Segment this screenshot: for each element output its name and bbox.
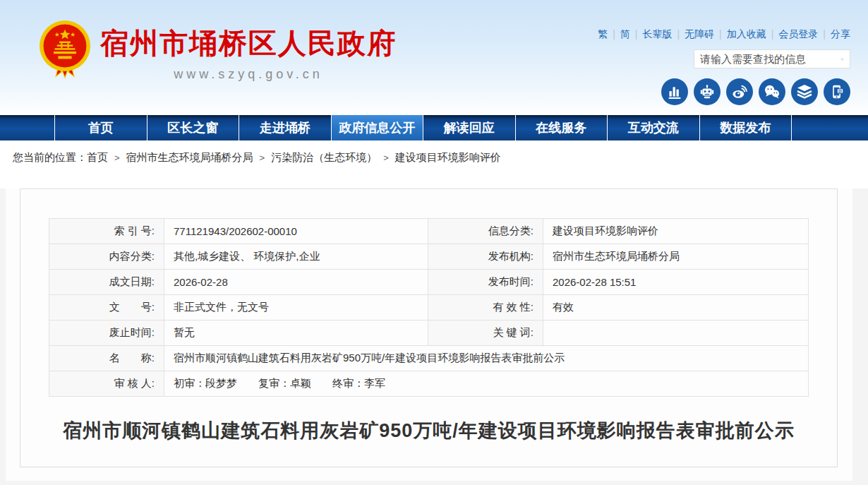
search-box[interactable] <box>694 49 850 68</box>
search-input[interactable] <box>700 53 840 65</box>
robot-glyph <box>697 81 718 102</box>
search-icon[interactable] <box>840 52 844 66</box>
field-label-written-date: 成文日期: <box>49 270 164 295</box>
mobile-message-icon[interactable] <box>824 78 850 105</box>
table-row: 文 号: 非正式文件，无文号 有 效 性: 有效 <box>49 295 809 321</box>
link-traditional-chinese[interactable]: 繁 <box>598 28 608 40</box>
link-add-favorite[interactable]: 加入收藏 <box>727 28 766 40</box>
nav-item-interaction[interactable]: 互动交流 <box>607 115 699 140</box>
breadcrumb-separator: > <box>114 152 120 163</box>
brand-text: 宿州市埇桥区人民政府 www.szyq.gov.cn <box>100 18 397 82</box>
social-icons-row <box>568 78 850 105</box>
library-glyph <box>794 81 815 102</box>
nav-item-online-services[interactable]: 在线服务 <box>515 115 608 140</box>
site-title: 宿州市埇桥区人民政府 <box>100 24 397 63</box>
field-label-keywords: 关 键 词: <box>428 321 543 346</box>
field-value-index-number: 771121943/202602-00010 <box>164 219 428 244</box>
field-value-publish-time: 2026-02-28 15:51 <box>543 270 809 295</box>
field-value-info-category: 建设项目环境影响评价 <box>543 219 809 244</box>
info-table: 索 引 号: 771121943/202602-00010 信息分类: 建设项目… <box>49 218 809 397</box>
link-separator: | <box>635 28 638 40</box>
content-area: 索 引 号: 771121943/202602-00010 信息分类: 建设项目… <box>0 188 868 485</box>
field-value-name: 宿州市顺河镇鹤山建筑石料用灰岩矿950万吨/年建设项目环境影响报告表审批前公示 <box>164 346 809 371</box>
table-row: 索 引 号: 771121943/202602-00010 信息分类: 建设项目… <box>49 219 809 244</box>
table-row: 名 称: 宿州市顺河镇鹤山建筑石料用灰岩矿950万吨/年建设项目环境影响报告表审… <box>49 346 809 371</box>
field-label-validity: 有 效 性: <box>428 295 543 321</box>
weibo-glyph <box>729 81 750 102</box>
table-row: 废止时间: 暂无 关 键 词: <box>49 321 809 346</box>
link-separator: | <box>677 28 680 40</box>
breadcrumb-pollution-prevention[interactable]: 污染防治（生态环境） <box>271 151 377 164</box>
breadcrumb-separator: > <box>383 152 389 163</box>
nav-item-about-yongqiao[interactable]: 走进埇桥 <box>239 115 331 140</box>
breadcrumb-prefix: 您当前的位置： <box>13 151 87 164</box>
link-simplified-chinese[interactable]: 简 <box>620 28 630 40</box>
header-right: 繁|简|长辈版|无障碍|加入收藏|会员登录|分享 <box>568 28 850 105</box>
field-label-content-category: 内容分类: <box>49 244 164 270</box>
link-separator: | <box>771 28 774 40</box>
field-label-document-number: 文 号: <box>49 295 164 321</box>
main-nav: 首页 区长之窗 走进埇桥 政府信息公开 解读回应 在线服务 互动交流 数据发布 <box>0 115 868 140</box>
field-value-abolition-time: 暂无 <box>164 321 428 346</box>
brand: 宿州市埇桥区人民政府 www.szyq.gov.cn <box>37 18 397 82</box>
nav-item-interpretation[interactable]: 解读回应 <box>423 115 515 140</box>
breadcrumb-home[interactable]: 首页 <box>87 151 108 164</box>
bar-chart-icon[interactable] <box>661 78 688 105</box>
field-label-name: 名 称: <box>49 346 164 371</box>
field-value-validity: 有效 <box>543 295 809 321</box>
breadcrumb-ecology-bureau[interactable]: 宿州市生态环境局埇桥分局 <box>126 151 253 164</box>
breadcrumb-separator: > <box>260 152 265 163</box>
nav-inner: 首页 区长之窗 走进埇桥 政府信息公开 解读回应 在线服务 互动交流 数据发布 <box>54 115 792 140</box>
nav-item-home[interactable]: 首页 <box>54 115 147 140</box>
field-value-document-number: 非正式文件，无文号 <box>164 295 428 321</box>
field-value-keywords <box>543 321 809 346</box>
field-label-abolition-time: 废止时间: <box>49 321 164 346</box>
utility-links: 繁|简|长辈版|无障碍|加入收藏|会员登录|分享 <box>568 28 850 41</box>
field-value-content-category: 其他,城乡建设、 环境保护,企业 <box>164 244 428 270</box>
site-header: 宿州市埇桥区人民政府 www.szyq.gov.cn 繁|简|长辈版|无障碍|加… <box>0 0 868 115</box>
field-label-publish-time: 发布时间: <box>428 270 543 295</box>
field-label-reviewers: 审 核 人: <box>49 371 164 397</box>
robot-icon[interactable] <box>694 78 721 105</box>
library-icon[interactable] <box>791 78 818 105</box>
nav-item-data-release[interactable]: 数据发布 <box>699 115 792 140</box>
article-container: 索 引 号: 771121943/202602-00010 信息分类: 建设项目… <box>20 188 838 467</box>
link-separator: | <box>613 28 615 40</box>
wechat-glyph <box>761 81 783 102</box>
link-separator: | <box>823 28 826 40</box>
field-value-written-date: 2026-02-28 <box>164 270 428 295</box>
weibo-icon[interactable] <box>726 78 753 105</box>
site-url: www.szyq.gov.cn <box>100 67 397 82</box>
article-title: 宿州市顺河镇鹤山建筑石料用灰岩矿950万吨/年建设项目环境影响报告表审批前公示 <box>20 418 837 443</box>
table-row: 内容分类: 其他,城乡建设、 环境保护,企业 发布机构: 宿州市生态环境局埇桥分… <box>49 244 809 270</box>
field-label-index-number: 索 引 号: <box>49 219 164 244</box>
page: { "header": { "site_title": "宿州市埇桥区人民政府"… <box>0 0 868 485</box>
wechat-icon[interactable] <box>759 78 785 105</box>
field-label-info-category: 信息分类: <box>428 219 543 244</box>
link-share[interactable]: 分享 <box>831 28 850 40</box>
field-value-reviewers: 初审：段梦梦 复审：卓颖 终审：李军 <box>164 371 809 397</box>
national-emblem-logo <box>37 18 93 79</box>
nav-item-district-chief[interactable]: 区长之窗 <box>147 115 239 140</box>
breadcrumb: 您当前的位置： 首页 > 宿州市生态环境局埇桥分局 > 污染防治（生态环境） >… <box>0 140 868 175</box>
link-member-login[interactable]: 会员登录 <box>778 28 818 40</box>
mobile-message-glyph <box>826 81 848 102</box>
table-row: 成文日期: 2026-02-28 发布时间: 2026-02-28 15:51 <box>49 270 809 295</box>
link-accessibility[interactable]: 无障碍 <box>685 28 714 40</box>
nav-item-gov-info-disclosure[interactable]: 政府信息公开 <box>331 115 423 140</box>
table-row: 审 核 人: 初审：段梦梦 复审：卓颖 终审：李军 <box>49 371 809 397</box>
bar-chart-glyph <box>664 81 685 102</box>
breadcrumb-eia-category[interactable]: 建设项目环境影响评价 <box>395 151 501 164</box>
link-elder-version[interactable]: 长辈版 <box>642 28 672 40</box>
content-card: 索 引 号: 771121943/202602-00010 信息分类: 建设项目… <box>6 188 852 481</box>
field-value-publisher: 宿州市生态环境局埇桥分局 <box>543 244 809 270</box>
link-separator: | <box>719 28 722 40</box>
field-label-publisher: 发布机构: <box>428 244 543 270</box>
